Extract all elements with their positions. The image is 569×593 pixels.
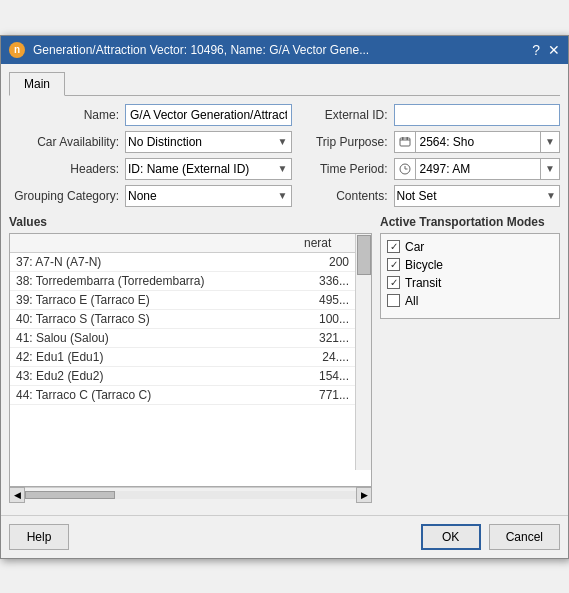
row-name: 40: Tarraco S (Tarraco S) (10, 309, 300, 328)
contents-label: Contents: (298, 189, 388, 203)
name-input[interactable] (125, 104, 292, 126)
external-id-input[interactable] (394, 104, 561, 126)
table-row[interactable]: 40: Tarraco S (Tarraco S) 100... (10, 309, 355, 328)
footer-right-buttons: OK Cancel (421, 524, 560, 550)
trip-purpose-select[interactable]: 2564: Sho ▼ (394, 131, 561, 153)
row-name: 37: A7-N (A7-N) (10, 252, 300, 271)
row-name: 41: Salou (Salou) (10, 328, 300, 347)
row-value: 24.... (300, 347, 355, 366)
mode-label: Car (405, 240, 424, 254)
grouping-category-select[interactable]: None (125, 185, 292, 207)
main-content: Values nerat (9, 215, 560, 503)
headers-label: Headers: (9, 162, 119, 176)
mode-checkbox[interactable] (387, 294, 400, 307)
mode-checkbox[interactable]: ✓ (387, 276, 400, 289)
row-value: 495... (300, 290, 355, 309)
mode-label: Bicycle (405, 258, 443, 272)
trip-purpose-value: 2564: Sho (416, 135, 541, 149)
headers-select[interactable]: ID: Name (External ID) (125, 158, 292, 180)
values-table-container: nerat 37: A7-N (A7-N) 200 38: Torredemba… (9, 233, 372, 487)
mode-item: ✓ Bicycle (387, 258, 553, 272)
values-title: Values (9, 215, 372, 229)
tab-bar: Main (9, 72, 560, 96)
vertical-scrollbar[interactable] (355, 234, 371, 470)
row-value: 100... (300, 309, 355, 328)
svg-rect-3 (406, 137, 408, 140)
horizontal-scrollbar[interactable]: ◀ ▶ (9, 487, 372, 503)
table-row[interactable]: 41: Salou (Salou) 321... (10, 328, 355, 347)
row-name: 43: Edu2 (Edu2) (10, 366, 300, 385)
values-table: nerat 37: A7-N (A7-N) 200 38: Torredemba… (10, 234, 355, 405)
time-period-dropdown-icon[interactable]: ▼ (540, 159, 559, 179)
mode-item: All (387, 294, 553, 308)
table-row[interactable]: 42: Edu1 (Edu1) 24.... (10, 347, 355, 366)
time-period-value: 2497: AM (416, 162, 541, 176)
active-modes-title: Active Transportation Modes (380, 215, 560, 229)
hscroll-thumb[interactable] (25, 491, 115, 499)
mode-checkbox[interactable]: ✓ (387, 240, 400, 253)
app-icon: n (9, 42, 25, 58)
mode-checkbox[interactable]: ✓ (387, 258, 400, 271)
svg-rect-2 (402, 137, 404, 140)
row-value: 321... (300, 328, 355, 347)
table-row[interactable]: 37: A7-N (A7-N) 200 (10, 252, 355, 271)
row-value: 154... (300, 366, 355, 385)
table-row[interactable]: 39: Tarraco E (Tarraco E) 495... (10, 290, 355, 309)
table-row[interactable]: 44: Tarraco C (Tarraco C) 771... (10, 385, 355, 404)
row-value: 336... (300, 271, 355, 290)
mode-label: All (405, 294, 418, 308)
cancel-button[interactable]: Cancel (489, 524, 560, 550)
active-modes-section: Active Transportation Modes ✓ Car ✓ Bicy… (380, 215, 560, 503)
tab-main[interactable]: Main (9, 72, 65, 96)
dialog-body: Main Name: External ID: Car Availability… (1, 64, 568, 511)
trip-purpose-label: Trip Purpose: (298, 135, 388, 149)
scroll-right-button[interactable]: ▶ (356, 487, 372, 503)
trip-purpose-dropdown-icon[interactable]: ▼ (540, 132, 559, 152)
row-name: 42: Edu1 (Edu1) (10, 347, 300, 366)
grouping-category-label: Grouping Category: (9, 189, 119, 203)
time-period-icon (395, 159, 416, 179)
svg-rect-0 (400, 138, 410, 146)
table-row[interactable]: 38: Torredembarra (Torredembarra) 336... (10, 271, 355, 290)
row-name: 44: Tarraco C (Tarraco C) (10, 385, 300, 404)
car-availability-select-wrapper: No Distinction ▼ (125, 131, 292, 153)
dialog-title: Generation/Attraction Vector: 10496, Nam… (33, 43, 524, 57)
mode-item: ✓ Transit (387, 276, 553, 290)
active-modes-panel: ✓ Car ✓ Bicycle ✓ Transit All (380, 233, 560, 319)
form-section: Name: External ID: Car Availability: No … (9, 104, 560, 207)
hscroll-track (25, 491, 356, 499)
col-header-value: nerat (300, 234, 355, 253)
scrollbar-thumb[interactable] (357, 235, 371, 275)
car-availability-label: Car Availability: (9, 135, 119, 149)
table-row[interactable]: 43: Edu2 (Edu2) 154... (10, 366, 355, 385)
close-button[interactable]: ✕ (548, 42, 560, 58)
col-header-name (10, 234, 300, 253)
car-availability-select[interactable]: No Distinction (125, 131, 292, 153)
ok-button[interactable]: OK (421, 524, 481, 550)
help-button[interactable]: Help (9, 524, 69, 550)
values-panel: nerat 37: A7-N (A7-N) 200 38: Torredemba… (9, 233, 372, 503)
values-table-inner: nerat 37: A7-N (A7-N) 200 38: Torredemba… (10, 234, 355, 405)
main-dialog: n Generation/Attraction Vector: 10496, N… (0, 35, 569, 559)
title-bar: n Generation/Attraction Vector: 10496, N… (1, 36, 568, 64)
scroll-left-button[interactable]: ◀ (9, 487, 25, 503)
time-period-select[interactable]: 2497: AM ▼ (394, 158, 561, 180)
trip-purpose-icon (395, 132, 416, 152)
external-id-label: External ID: (298, 108, 388, 122)
time-period-label: Time Period: (298, 162, 388, 176)
contents-select-wrapper: Not Set ▼ (394, 185, 561, 207)
mode-item: ✓ Car (387, 240, 553, 254)
grouping-category-select-wrapper: None ▼ (125, 185, 292, 207)
row-name: 39: Tarraco E (Tarraco E) (10, 290, 300, 309)
row-value: 200 (300, 252, 355, 271)
name-label: Name: (9, 108, 119, 122)
row-value: 771... (300, 385, 355, 404)
dialog-footer: Help OK Cancel (1, 515, 568, 558)
values-section: Values nerat (9, 215, 372, 503)
help-button-title[interactable]: ? (532, 42, 540, 58)
contents-select[interactable]: Not Set (394, 185, 561, 207)
row-name: 38: Torredembarra (Torredembarra) (10, 271, 300, 290)
headers-select-wrapper: ID: Name (External ID) ▼ (125, 158, 292, 180)
mode-label: Transit (405, 276, 441, 290)
